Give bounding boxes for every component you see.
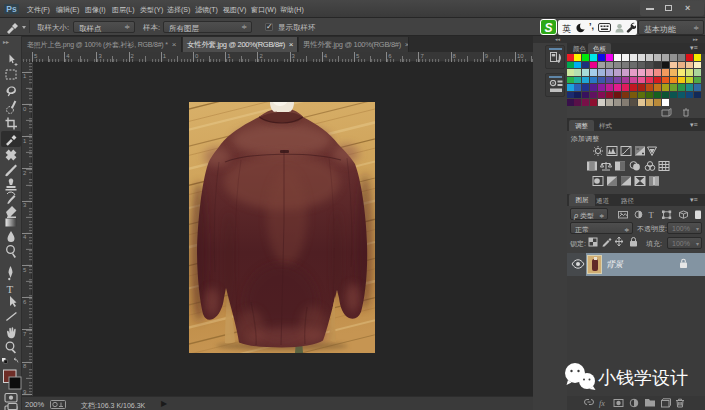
svg-text:▸▸: ▸▸: [3, 39, 9, 45]
svg-text:T: T: [7, 283, 14, 295]
svg-text:T: T: [649, 210, 655, 219]
svg-text:fx: fx: [599, 399, 605, 408]
